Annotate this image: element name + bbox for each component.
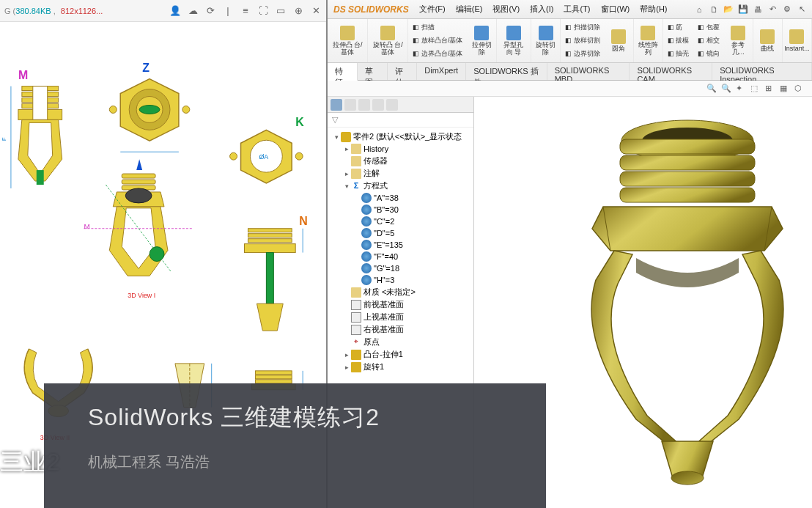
menu-item[interactable]: 工具(T) — [559, 1, 594, 17]
svg-rect-21 — [122, 174, 155, 178]
tree-root-part[interactable]: ▾零件2 (默认<<默认>_显示状态 — [329, 130, 472, 143]
ft-tab-display-icon[interactable] — [386, 99, 398, 111]
tree-item[interactable]: "B"=30 — [329, 204, 472, 216]
tree-item[interactable]: ▸注解 — [329, 167, 472, 180]
command-tab[interactable]: 草图 — [358, 63, 388, 80]
fillet-button[interactable]: 圆角 — [605, 19, 634, 62]
ribbon-small-button[interactable]: ◧ 放样切割 — [564, 35, 602, 46]
extrude-cut-button[interactable]: 拉伸切 除 — [467, 19, 497, 62]
menu-item[interactable]: 视图(V) — [488, 1, 524, 17]
svg-point-18 — [230, 152, 237, 160]
svg-rect-5 — [33, 86, 48, 120]
ribbon-small-button[interactable]: ◧ 边界切除 — [564, 48, 602, 59]
hole-wizard-button[interactable]: 异型孔向 导 — [497, 19, 531, 62]
tree-item[interactable]: "C"=2 — [329, 216, 472, 227]
tree-item[interactable]: 传感器 — [329, 155, 472, 167]
zoom-icon[interactable]: ⊕ — [292, 5, 304, 17]
svg-point-14 — [182, 106, 190, 113]
revolve-cut-button[interactable]: 旋转切 除 — [531, 19, 561, 62]
close-icon[interactable]: ✕ — [310, 5, 322, 17]
overlay-subtitle: 机械工程系 马浩浩 — [88, 452, 517, 472]
user-icon[interactable]: 👤 — [169, 5, 181, 17]
fullscreen-icon[interactable]: ⛶ — [257, 5, 269, 17]
menu-item[interactable]: 文件(F) — [415, 1, 450, 17]
ribbon-small-button[interactable]: ◧ 抽壳 — [666, 48, 691, 59]
tree-item[interactable]: "D"=5 — [329, 227, 472, 239]
ribbon-small-button[interactable]: ◧ 拔模 — [666, 35, 691, 46]
command-tab[interactable]: DimXpert — [417, 63, 466, 80]
linear-pattern-button[interactable]: 线性阵列 — [634, 19, 663, 62]
tree-item[interactable]: 上视基准面 — [329, 311, 472, 323]
tree-item[interactable]: ▸旋转1 — [329, 361, 472, 373]
tree-item[interactable]: "A"=38 — [329, 192, 472, 204]
tree-item[interactable]: 右视基准面 — [329, 323, 472, 336]
fit-icon[interactable]: ▭ — [275, 5, 287, 17]
svg-rect-41 — [255, 371, 292, 375]
sprinkler-model — [519, 119, 797, 485]
view-icon[interactable]: 🔍 — [706, 84, 717, 94]
tree-item[interactable]: "G"=18 — [329, 262, 472, 274]
ribbon-small-button[interactable]: ◧ 边界凸台/基体 — [411, 48, 464, 59]
view-icon[interactable]: ⬡ — [794, 84, 805, 94]
menu-item[interactable]: 编辑(E) — [451, 1, 487, 17]
print-icon[interactable]: 🖶 — [752, 4, 764, 15]
revolve-boss-button[interactable]: 旋转凸 台/基体 — [368, 19, 408, 62]
tree-item[interactable]: ▸History — [329, 143, 472, 155]
tree-item[interactable]: "E"=135 — [329, 239, 472, 251]
divider-icon: | — [222, 5, 234, 17]
options-icon[interactable]: ⚙ — [781, 4, 793, 15]
open-icon[interactable]: 📂 — [723, 4, 734, 15]
svg-rect-35 — [245, 244, 296, 253]
extrude-boss-button[interactable]: 拉伸凸 台/基体 — [328, 19, 368, 62]
undo-icon[interactable]: ↶ — [767, 4, 778, 15]
menu-item[interactable]: 帮助(H) — [635, 1, 671, 17]
label-n: N — [299, 215, 308, 227]
tree-item[interactable]: 前视基准面 — [329, 298, 472, 311]
command-tab[interactable]: SOLIDWORKS MBD — [547, 63, 630, 80]
menu-item[interactable]: 窗口(W) — [597, 1, 635, 17]
view-icon[interactable]: ▦ — [780, 84, 790, 94]
svg-text:F: F — [1, 137, 7, 141]
view-icon[interactable]: ⬚ — [750, 84, 761, 94]
command-tab[interactable]: SOLIDWORKS 插件 — [466, 63, 547, 80]
ribbon-small-button[interactable]: ◧ 相交 — [696, 35, 721, 46]
command-tab[interactable]: 特征 — [328, 63, 358, 81]
tree-item[interactable]: "F"=40 — [329, 251, 472, 262]
ft-tab-dim-icon[interactable] — [372, 99, 384, 111]
tree-item[interactable]: 材质 <未指定> — [329, 286, 472, 298]
ref-geometry-button[interactable]: 参考几... — [724, 19, 753, 62]
command-tab[interactable]: 评估 — [388, 63, 418, 80]
ft-tab-property-icon[interactable] — [344, 99, 356, 111]
cloud-icon[interactable]: ☁ — [187, 5, 199, 17]
new-icon[interactable]: 🗋 — [708, 4, 720, 15]
ribbon-small-button[interactable]: ◧ 扫描切除 — [564, 22, 602, 33]
tree-item[interactable]: "H"=3 — [329, 274, 472, 286]
menu-bar: 文件(F)编辑(E)视图(V)插入(I)工具(T)窗口(W)帮助(H) — [415, 1, 672, 17]
ribbon-small-button[interactable]: ◧ 包覆 — [696, 22, 721, 33]
ft-tab-config-icon[interactable] — [358, 99, 370, 111]
tree-item[interactable]: ▸凸台-拉伸1 — [329, 348, 472, 361]
view-icon[interactable]: ⊞ — [765, 84, 775, 94]
tree-item[interactable]: ▾Σ方程式 — [329, 180, 472, 192]
view-icon[interactable]: 🔍 — [721, 84, 731, 94]
svg-text:M: M — [84, 222, 89, 230]
list-icon[interactable]: ≡ — [240, 5, 251, 17]
ribbon-small-button[interactable]: ◧ 镜向 — [696, 48, 721, 59]
command-tab[interactable]: SOLIDWORKS CAM — [630, 63, 712, 80]
ribbon-small-button[interactable]: ◧ 筋 — [666, 22, 691, 33]
view-icon[interactable]: ✦ — [736, 84, 746, 94]
save-icon[interactable]: 💾 — [737, 4, 749, 15]
cursor-icon[interactable]: ↖ — [796, 4, 808, 15]
command-tab[interactable]: SOLIDWORKS Inspection — [712, 63, 812, 80]
ribbon-small-button[interactable]: ◧ 扫描 — [411, 22, 464, 33]
home-icon[interactable]: ⌂ — [693, 4, 705, 15]
sync-icon[interactable]: ⟳ — [204, 5, 216, 17]
feature-tree-filter[interactable]: ▽ — [328, 113, 473, 128]
svg-rect-22 — [122, 180, 155, 184]
curves-button[interactable]: 曲线 — [753, 19, 783, 62]
tree-item[interactable]: ⌖原点 — [329, 336, 472, 348]
ribbon-small-button[interactable]: ◧ 放样凸台/基体 — [411, 35, 464, 46]
menu-item[interactable]: 插入(I) — [525, 1, 558, 17]
ft-tab-feature-icon[interactable] — [331, 99, 342, 111]
instant3d-button[interactable]: Instant... — [783, 19, 812, 62]
